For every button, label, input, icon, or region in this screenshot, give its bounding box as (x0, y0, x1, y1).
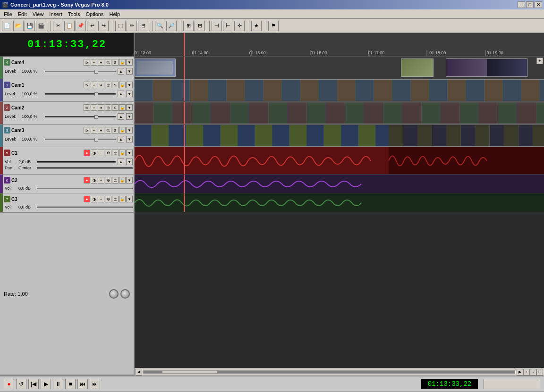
c2-fx-btn[interactable]: ~ (98, 177, 104, 183)
zoom-fit-btn[interactable]: ⊞ (536, 369, 543, 375)
c3-gear-btn[interactable]: ⚙ (105, 196, 111, 202)
cam3-level-slider[interactable] (45, 139, 116, 140)
c2-mute-btn[interactable]: ◑ (91, 177, 97, 183)
c1-arrow-dn[interactable]: ▼ (126, 158, 133, 165)
tb-grid[interactable]: ⊟ (195, 21, 205, 31)
c1-solo2-btn[interactable]: ◎ (112, 150, 119, 156)
c3-mute-btn[interactable]: ◑ (91, 196, 97, 202)
menu-file[interactable]: File (1, 10, 15, 18)
tb-undo[interactable]: ↩ (87, 21, 97, 31)
timeline-ruler[interactable]: 01:13:00 01:14:00 01:15:00 01:16:00 01:1… (135, 33, 544, 57)
cam3-clips-part2[interactable] (389, 125, 544, 147)
cam3-mute-btn[interactable]: ◎ (105, 127, 111, 133)
cam2-clips[interactable] (135, 102, 544, 124)
c2-vol-slider[interactable] (37, 188, 133, 189)
cam4-clip-3[interactable] (446, 58, 527, 77)
tb-new[interactable]: 📄 (2, 21, 12, 31)
tb-cross[interactable]: ✛ (234, 21, 245, 31)
cam1-clips[interactable] (135, 79, 544, 101)
tb-open[interactable]: 📂 (13, 21, 24, 31)
cam4-fx-btn[interactable]: fx (84, 59, 90, 66)
tb-extra[interactable]: ⚑ (268, 21, 279, 31)
cam3-motion-btn[interactable]: ↔ (91, 127, 97, 133)
c3-solo2-btn[interactable]: ◎ (112, 196, 119, 202)
c2-expand-btn[interactable]: ▼ (126, 177, 133, 183)
transport-stop[interactable]: ■ (65, 379, 76, 389)
cam4-level-slider[interactable] (45, 71, 116, 72)
tb-trim[interactable]: ⊟ (138, 21, 148, 31)
cam4-solo-btn[interactable]: S (112, 59, 119, 66)
cam1-mute-btn[interactable]: ◎ (105, 82, 111, 88)
cam4-arrow-up[interactable]: ▲ (118, 68, 124, 75)
cam1-arrow-up[interactable]: ▲ (118, 91, 124, 97)
transport-play[interactable]: ▶ (41, 379, 51, 389)
cam3-fx-btn[interactable]: fx (84, 127, 90, 133)
scroll-left-btn[interactable]: ◀ (136, 369, 142, 375)
cam1-color-btn[interactable]: ♦ (98, 82, 104, 88)
cam3-lock-btn[interactable]: 🔒 (119, 127, 126, 133)
menu-tools[interactable]: Tools (65, 10, 83, 18)
rate-knob-left[interactable] (109, 289, 119, 299)
cam1-motion-btn[interactable]: ↔ (91, 82, 97, 88)
rate-knob-right[interactable] (120, 289, 130, 299)
tb-cut[interactable]: ✂ (53, 21, 63, 31)
cam2-motion-btn[interactable]: ↔ (91, 104, 97, 111)
zoom-out-tl-btn[interactable]: - (530, 369, 536, 375)
c1-pan-slider[interactable] (37, 167, 133, 169)
c1-arrow-up[interactable]: ▲ (118, 158, 124, 165)
c2-gear-btn[interactable]: ⚙ (105, 177, 111, 183)
cam1-level-slider[interactable] (45, 93, 116, 95)
cam4-color-btn[interactable]: ♦ (98, 59, 104, 66)
cam4-clip-2[interactable] (401, 58, 434, 77)
cam4-lock-btn[interactable]: 🔒 (119, 59, 126, 66)
tb-split[interactable]: ⊣ (212, 21, 222, 31)
cam2-arrow-up[interactable]: ▲ (118, 113, 124, 120)
tb-edit[interactable]: ✏ (127, 21, 137, 31)
cam3-color-btn[interactable]: ♦ (98, 127, 104, 133)
cam1-fx-btn[interactable]: fx (84, 82, 90, 88)
cam4-arrow-dn[interactable]: ▼ (126, 68, 133, 75)
c1-mute-btn[interactable]: ◑ (91, 150, 97, 156)
cam4-expand-btn[interactable]: ▼ (126, 59, 133, 66)
cam1-lock-btn[interactable]: 🔒 (119, 82, 126, 88)
cam4-mute-btn[interactable]: ◎ (105, 59, 111, 66)
c3-lock-btn[interactable]: 🔒 (119, 196, 126, 202)
tb-zoom-out[interactable]: 🔎 (166, 21, 177, 31)
menu-edit[interactable]: Edit (15, 10, 30, 18)
cam3-solo-btn[interactable]: S (112, 127, 119, 133)
timecode-input[interactable] (484, 379, 540, 389)
tb-fx[interactable]: ★ (251, 21, 262, 31)
close-button[interactable]: ✕ (535, 1, 542, 8)
tracks-expand-btn[interactable]: + (536, 58, 543, 64)
minimize-button[interactable]: ─ (518, 1, 525, 8)
cam3-clips-part1[interactable] (135, 125, 389, 147)
menu-insert[interactable]: Insert (46, 10, 65, 18)
c2-rec-btn[interactable]: ● (84, 177, 90, 183)
c2-solo2-btn[interactable]: ◎ (112, 177, 119, 183)
tb-select[interactable]: ⬚ (115, 21, 126, 31)
tb-save[interactable]: 💾 (25, 21, 35, 31)
cam3-expand-btn[interactable]: ▼ (126, 127, 133, 133)
scroll-track[interactable] (143, 370, 516, 374)
c1-lock-btn[interactable]: 🔒 (119, 150, 126, 156)
menu-view[interactable]: View (30, 10, 47, 18)
timeline-scrollbar[interactable]: ◀ ▶ + - ⊞ (135, 368, 544, 375)
track-cam3-lane[interactable] (135, 125, 544, 147)
track-cam1-lane[interactable] (135, 79, 544, 102)
cam2-arrow-dn[interactable]: ▼ (126, 113, 133, 120)
track-cam2-lane[interactable] (135, 102, 544, 125)
menu-help[interactable]: Help (106, 10, 123, 18)
cam2-lock-btn[interactable]: 🔒 (119, 104, 126, 111)
zoom-in-tl-btn[interactable]: + (523, 369, 530, 375)
cam2-fx-btn[interactable]: fx (84, 104, 90, 111)
maximize-button[interactable]: □ (526, 1, 534, 8)
transport-loop[interactable]: ↺ (16, 379, 26, 389)
track-cam4-lane[interactable] (135, 57, 544, 79)
c3-vol-slider[interactable] (37, 207, 133, 208)
cam2-expand-btn[interactable]: ▼ (126, 104, 133, 111)
cam3-arrow-dn[interactable]: ▼ (126, 136, 133, 142)
cam1-solo-btn[interactable]: S (112, 82, 119, 88)
c3-expand-btn[interactable]: ▼ (126, 196, 133, 202)
tb-render[interactable]: 🎬 (36, 21, 46, 31)
tb-redo[interactable]: ↪ (98, 21, 109, 31)
